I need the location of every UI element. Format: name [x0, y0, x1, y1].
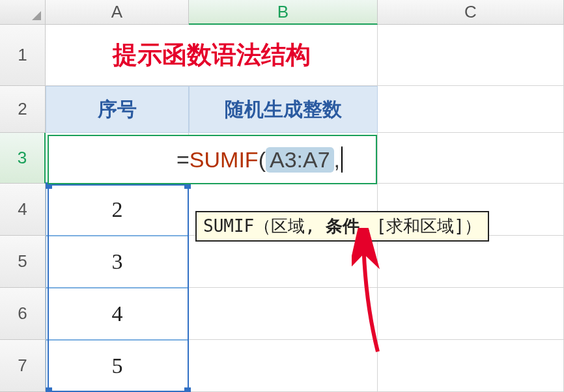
row-header-1[interactable]: 1 — [0, 25, 46, 86]
row-header-6[interactable]: 6 — [0, 288, 46, 340]
row-2: 2 序号 随机生成整数 — [0, 86, 564, 133]
cell-A5[interactable]: 3 — [46, 236, 189, 288]
tooltip-comma1: , — [305, 216, 325, 236]
tooltip-param1[interactable]: 区域 — [271, 216, 305, 236]
tooltip-param2-current[interactable]: 条件 — [326, 216, 360, 236]
tooltip-fn: SUMIF — [203, 216, 254, 236]
cell-B5[interactable] — [189, 236, 378, 288]
cell-B6[interactable] — [189, 288, 378, 340]
cell-B7[interactable] — [189, 340, 378, 392]
tooltip-param3[interactable]: [求和区域] — [376, 216, 464, 236]
row-6: 6 4 — [0, 288, 564, 340]
row-7: 7 5 — [0, 340, 564, 392]
tooltip-comma2: ， — [360, 216, 376, 236]
formula-open-paren: ( — [259, 147, 266, 173]
cell-C5[interactable] — [378, 236, 564, 288]
row-header-2[interactable]: 2 — [0, 86, 46, 133]
cell-C6[interactable] — [378, 288, 564, 340]
formula-edit-box[interactable]: =SUMIF(A3:A7, — [48, 135, 377, 184]
row-header-4[interactable]: 4 — [0, 184, 46, 236]
tooltip-close: ） — [464, 216, 481, 236]
function-syntax-tooltip[interactable]: SUMIF（区域, 条件，[求和区域]） — [195, 211, 489, 242]
cell-A7[interactable]: 5 — [46, 340, 189, 392]
cell-A6[interactable]: 4 — [46, 288, 189, 340]
formula-separator: , — [334, 147, 340, 173]
column-header-C[interactable]: C — [378, 0, 564, 25]
row-5: 5 3 — [0, 236, 564, 288]
cell-C1[interactable] — [378, 25, 564, 86]
column-header-A[interactable]: A — [46, 0, 189, 25]
formula-arg-range: A3:A7 — [266, 147, 334, 173]
select-all-corner[interactable] — [0, 0, 46, 25]
cell-C7[interactable] — [378, 340, 564, 392]
spreadsheet-view: A B C 1 提示函数语法结构 2 序号 随机生成整数 3 4 2 5 3 6 — [0, 0, 564, 392]
cell-C3[interactable] — [378, 133, 564, 184]
cell-A2-header[interactable]: 序号 — [46, 86, 189, 133]
cell-A1-B1-merged-title[interactable]: 提示函数语法结构 — [46, 25, 378, 86]
formula-prefix: = — [176, 147, 190, 173]
text-caret — [341, 147, 343, 173]
cell-A4[interactable]: 2 — [46, 184, 189, 236]
cell-C2[interactable] — [378, 86, 564, 133]
row-header-7[interactable]: 7 — [0, 340, 46, 392]
row-1: 1 提示函数语法结构 — [0, 25, 564, 86]
cell-B2-header[interactable]: 随机生成整数 — [189, 86, 378, 133]
column-header-row: A B C — [0, 0, 564, 25]
tooltip-open: （ — [254, 216, 271, 236]
formula-function-name: SUMIF — [190, 147, 259, 173]
row-header-3[interactable]: 3 — [0, 133, 46, 184]
row-header-5[interactable]: 5 — [0, 236, 46, 288]
column-header-B[interactable]: B — [189, 0, 378, 25]
